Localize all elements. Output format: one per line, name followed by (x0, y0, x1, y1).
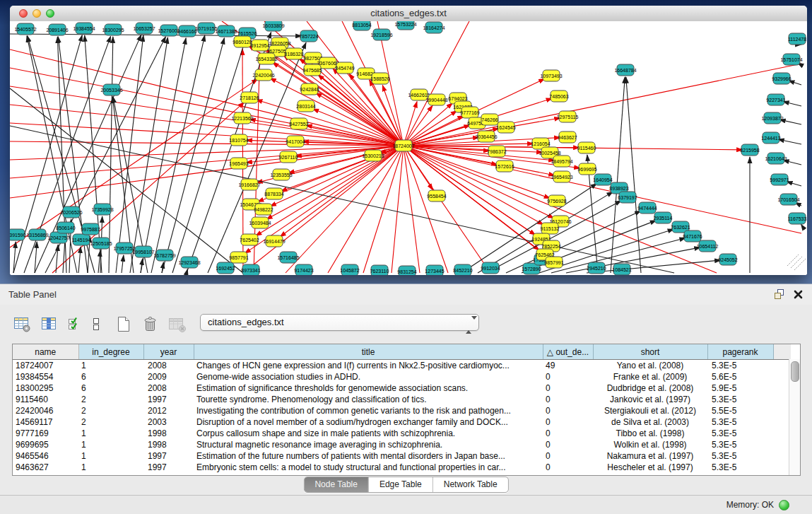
graph-node[interactable]: 18724007 (392, 140, 414, 151)
graph-node[interactable]: 1112478 (788, 33, 806, 45)
graph-edge[interactable] (10, 146, 404, 160)
float-panel-icon[interactable] (773, 288, 784, 303)
graph-edge[interactable] (122, 255, 124, 273)
graph-node[interactable]: 19958107 (132, 246, 154, 257)
graph-node[interactable]: 14671388 (215, 25, 237, 37)
graph-node[interactable]: 8506140 (56, 222, 75, 233)
table-row[interactable]: 977716911998Corpus callosum shape and si… (13, 428, 791, 439)
graph-node[interactable]: 9558454 (427, 190, 446, 201)
graph-edge[interactable] (778, 139, 801, 144)
graph-edge[interactable] (109, 37, 113, 273)
row-height-icon[interactable] (91, 315, 101, 333)
graph-node[interactable]: 9466160 (177, 25, 196, 37)
graph-edge[interactable] (404, 21, 469, 146)
graph-node[interactable]: 7623110 (370, 265, 389, 275)
graph-node[interactable]: 8215958 (740, 144, 759, 156)
graph-node[interactable]: 9242848 (300, 83, 319, 95)
graph-edge[interactable] (328, 146, 404, 273)
graph-edge[interactable] (98, 250, 100, 273)
graph-edge[interactable] (404, 146, 448, 273)
graph-edge[interactable] (787, 182, 801, 186)
graph-node[interactable]: 12093872 (761, 112, 783, 124)
graph-node[interactable]: 20206526 (60, 206, 82, 218)
graph-node[interactable]: 19654923 (551, 171, 572, 182)
graph-node[interactable]: 15276002 (158, 25, 180, 36)
graph-node[interactable]: 9115132 (541, 223, 560, 234)
graph-node[interactable]: 9498222 (254, 204, 273, 215)
graph-node[interactable]: 19166827 (238, 179, 260, 190)
graph-node[interactable]: 7485063 (549, 90, 568, 102)
graph-node[interactable]: 1810754 (229, 134, 248, 146)
window-minimize-button[interactable] (33, 9, 41, 18)
graph-node[interactable]: 16914479 (263, 235, 285, 247)
graph-node[interactable]: 9227341 (766, 94, 785, 105)
graph-node[interactable]: 8878334 (264, 188, 283, 199)
graph-node[interactable]: 20364456 (475, 131, 497, 142)
graph-node[interactable]: 7857224 (299, 30, 318, 42)
graph-node[interactable]: 15716485 (277, 252, 299, 263)
graph-node[interactable]: 9463627 (558, 132, 577, 143)
graph-node[interactable]: 17016504 (777, 194, 799, 205)
graph-node[interactable]: 8186328 (284, 48, 303, 59)
graph-node[interactable]: 10719155 (195, 23, 217, 34)
close-panel-icon[interactable] (793, 289, 804, 303)
graph-node[interactable]: 1692452 (216, 262, 235, 274)
show-columns-icon[interactable] (40, 315, 59, 334)
graph-edge[interactable] (78, 247, 81, 273)
table-row[interactable]: 946554611997Estimation of the future num… (13, 450, 791, 462)
graph-node[interactable]: 15753224 (394, 21, 416, 30)
graph-node[interactable]: 9857991 (544, 257, 563, 268)
graph-node[interactable]: 746266 (481, 114, 498, 125)
graph-node[interactable]: 19384554 (73, 23, 95, 34)
column-header-out_de[interactable]: △ out_de... (543, 344, 593, 360)
graph-node[interactable]: 22420046 (252, 69, 274, 81)
graph-edge[interactable] (404, 146, 551, 199)
graph-node[interactable]: 8427552 (289, 118, 308, 129)
graph-edge[interactable] (404, 103, 452, 146)
graph-node[interactable]: 5992971 (770, 174, 789, 185)
graph-node[interactable]: 16782759 (153, 250, 175, 261)
graph-node[interactable]: 9474444 (637, 202, 657, 214)
graph-node[interactable]: 19904448 (425, 94, 447, 105)
graph-node[interactable]: 18164274 (423, 22, 445, 33)
graph-node[interactable]: 9699695 (577, 163, 596, 175)
graph-node[interactable]: 9245052 (718, 254, 737, 265)
graph-node[interactable]: 9329966 (772, 73, 791, 84)
window-titlebar[interactable]: citations_edges.txt (10, 6, 807, 22)
graph-node[interactable]: 1624545 (496, 122, 515, 133)
graph-node[interactable]: 9777169 (460, 107, 479, 118)
table-row[interactable]: 946362711997Embryonic stem cells: a mode… (13, 462, 791, 473)
graph-node[interactable]: 10653257 (133, 23, 155, 34)
graph-node[interactable]: 10973493 (540, 70, 562, 81)
graph-node[interactable]: 8813054 (352, 21, 371, 30)
tab-node-table[interactable]: Node Table (304, 477, 368, 492)
column-header-name[interactable]: name (13, 344, 78, 360)
graph-node[interactable]: 1145194 (72, 234, 91, 245)
column-header-title[interactable]: title (194, 344, 543, 360)
graph-edge[interactable] (611, 77, 625, 273)
graph-node[interactable]: 16210643 (765, 153, 787, 164)
column-header-in_degree[interactable]: in_degree (78, 344, 143, 360)
graph-node[interactable]: 7986372 (487, 146, 506, 157)
graph-node[interactable]: 9975887 (81, 223, 100, 235)
graph-node[interactable]: 2935114 (654, 212, 673, 223)
column-header-short[interactable]: short (593, 344, 707, 360)
graph-node[interactable]: 1588520 (370, 73, 389, 84)
graph-node[interactable]: 9756928 (547, 195, 566, 206)
graph-node[interactable]: 7625402 (240, 234, 259, 245)
table-row[interactable]: 1938455462009Genome-wide association stu… (13, 371, 791, 382)
graph-node[interactable]: 12353553 (270, 169, 292, 180)
window-resize-grip[interactable] (787, 255, 806, 270)
graph-node[interactable]: 19218596 (370, 29, 392, 40)
graph-node[interactable]: 12505185 (90, 238, 112, 249)
column-header-year[interactable]: year (143, 344, 194, 360)
graph-node[interactable]: 6379197 (618, 192, 637, 203)
graph-node[interactable]: 13156869 (26, 229, 48, 240)
graph-edge[interactable] (783, 101, 801, 106)
graph-node[interactable]: 15300213 (362, 150, 384, 161)
select-rows-icon[interactable] (66, 315, 83, 333)
graph-node[interactable]: 15751074 (780, 54, 802, 65)
graph-node[interactable]: 1084521 (612, 264, 631, 275)
graph-node[interactable]: 16039484 (249, 217, 271, 228)
graph-node[interactable]: 1965493 (229, 158, 248, 169)
